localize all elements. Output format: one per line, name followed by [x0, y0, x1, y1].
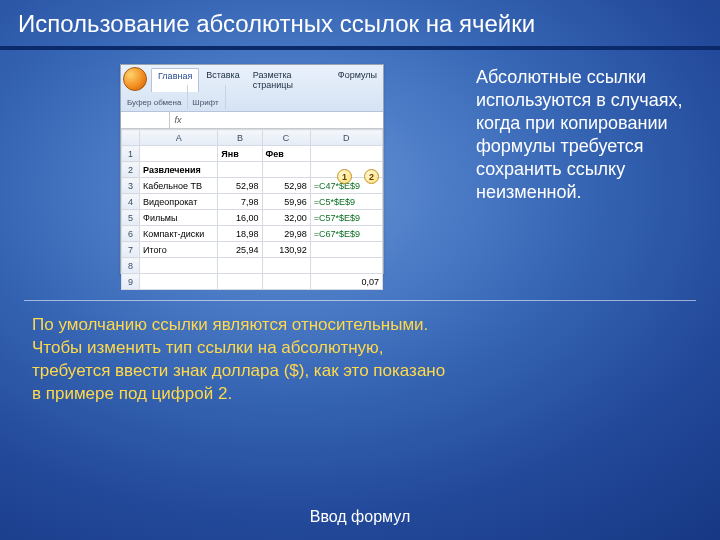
- cell: [140, 258, 218, 274]
- cell: Фев: [262, 146, 310, 162]
- name-box: [121, 112, 170, 128]
- cell: [218, 162, 262, 178]
- cell: [262, 162, 310, 178]
- cell: Янв: [218, 146, 262, 162]
- col-C: C: [262, 130, 310, 146]
- cell: 29,98: [262, 226, 310, 242]
- row-head: 4: [122, 194, 140, 210]
- slide: Использование абсолютных ссылок на ячейк…: [0, 0, 720, 540]
- explanatory-text: Абсолютные ссылки используются в случаях…: [476, 66, 698, 204]
- cell: Развлечения: [140, 162, 218, 178]
- col-A: A: [140, 130, 218, 146]
- table-row: 1 Янв Фев: [122, 146, 383, 162]
- table-row: 7 Итого 25,94 130,92: [122, 242, 383, 258]
- row-head: 6: [122, 226, 140, 242]
- cell: 0,07: [310, 274, 382, 290]
- spreadsheet-grid: A B C D 1 Янв Фев 2: [121, 129, 383, 290]
- cell-formula: =C67*$E$9: [310, 226, 382, 242]
- table-row: 5 Фильмы 16,00 32,00 =C57*$E$9: [122, 210, 383, 226]
- cell: 52,98: [218, 178, 262, 194]
- formula-bar: fx: [121, 112, 383, 129]
- group-font: Шрифт: [188, 85, 225, 109]
- cell: [140, 146, 218, 162]
- corner-cell: [122, 130, 140, 146]
- cell: [262, 274, 310, 290]
- cell-formula: =C57*$E$9: [310, 210, 382, 226]
- table-row: 8: [122, 258, 383, 274]
- cell: 59,96: [262, 194, 310, 210]
- cell: Итого: [140, 242, 218, 258]
- col-D: D: [310, 130, 382, 146]
- hint-text: По умолчанию ссылки являются относительн…: [32, 314, 680, 406]
- ribbon: Главная Вставка Разметка страницы Формул…: [121, 65, 383, 112]
- divider: [24, 300, 696, 301]
- col-B: B: [218, 130, 262, 146]
- callout-one: 1: [337, 169, 352, 184]
- table-row: 6 Компакт-диски 18,98 29,98 =C67*$E$9: [122, 226, 383, 242]
- table-row: 9 0,07: [122, 274, 383, 290]
- cell: [310, 146, 382, 162]
- excel-screenshot: Главная Вставка Разметка страницы Формул…: [120, 64, 384, 274]
- row-head: 8: [122, 258, 140, 274]
- callout-two: 2: [364, 169, 379, 184]
- footer-text: Ввод формул: [0, 508, 720, 526]
- column-header-row: A B C D: [122, 130, 383, 146]
- cell: Компакт-диски: [140, 226, 218, 242]
- row-head: 7: [122, 242, 140, 258]
- cell: [262, 258, 310, 274]
- cell: [310, 258, 382, 274]
- row-head: 3: [122, 178, 140, 194]
- cell: [218, 258, 262, 274]
- cell: 130,92: [262, 242, 310, 258]
- cell: [218, 274, 262, 290]
- callouts: 1 2: [337, 169, 379, 184]
- row-head: 2: [122, 162, 140, 178]
- hint-line: По умолчанию ссылки являются относительн…: [32, 314, 680, 337]
- cell: 52,98: [262, 178, 310, 194]
- row-head: 5: [122, 210, 140, 226]
- cell: [140, 274, 218, 290]
- cell: 18,98: [218, 226, 262, 242]
- hint-line: требуется ввести знак доллара ($), как э…: [32, 360, 680, 383]
- row-head: 9: [122, 274, 140, 290]
- row-head: 1: [122, 146, 140, 162]
- title-rule: [0, 46, 720, 50]
- fx-icon: fx: [170, 115, 186, 125]
- cell: [310, 242, 382, 258]
- hint-line: в примере под цифрой 2.: [32, 383, 680, 406]
- cell: 16,00: [218, 210, 262, 226]
- hint-line: Чтобы изменить тип ссылки на абсолютную,: [32, 337, 680, 360]
- ribbon-groups: Буфер обмена Шрифт: [123, 85, 381, 109]
- cell: 25,94: [218, 242, 262, 258]
- cell: 7,98: [218, 194, 262, 210]
- table-row: 4 Видеопрокат 7,98 59,96 =C5*$E$9: [122, 194, 383, 210]
- cell: 32,00: [262, 210, 310, 226]
- slide-title: Использование абсолютных ссылок на ячейк…: [18, 10, 702, 38]
- cell: Видеопрокат: [140, 194, 218, 210]
- cell: Кабельное ТВ: [140, 178, 218, 194]
- group-clipboard: Буфер обмена: [123, 85, 188, 109]
- cell: Фильмы: [140, 210, 218, 226]
- cell-formula: =C5*$E$9: [310, 194, 382, 210]
